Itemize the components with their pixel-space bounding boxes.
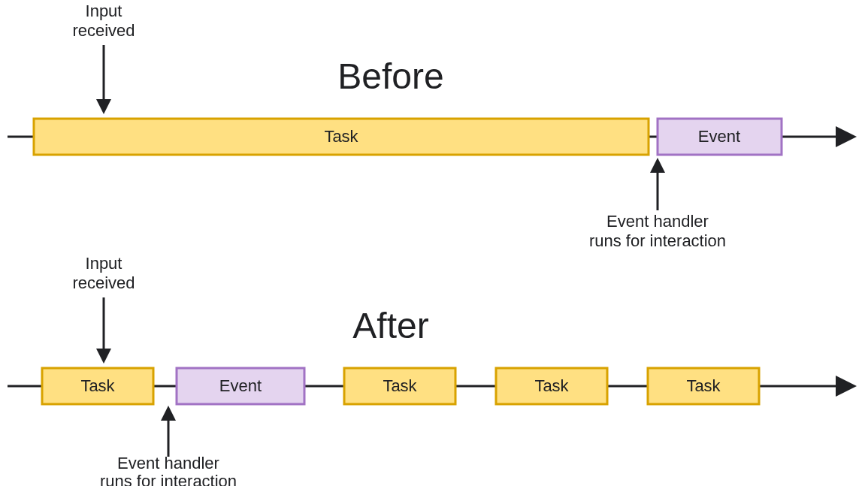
arrow-right-icon <box>836 126 857 147</box>
after-input-label-line2: received <box>72 273 135 292</box>
after-handler-label-line2: runs for interaction <box>100 472 237 486</box>
arrow-down-icon <box>96 297 111 364</box>
svg-marker-1 <box>96 99 111 114</box>
svg-marker-2 <box>836 126 857 147</box>
before-handler-label-line2: runs for interaction <box>589 231 726 250</box>
after-task3-label: Task <box>534 376 569 395</box>
svg-marker-6 <box>96 349 111 364</box>
after-input-label-line1: Input <box>86 254 122 273</box>
before-event-label: Event <box>698 127 740 146</box>
after-task2-label: Task <box>383 376 417 395</box>
after-task4-label: Task <box>686 376 721 395</box>
after-title: After <box>352 306 428 346</box>
svg-marker-7 <box>836 376 857 397</box>
before-title: Before <box>337 56 443 96</box>
svg-marker-4 <box>650 158 665 173</box>
svg-marker-9 <box>161 406 176 421</box>
after-handler-label-line1: Event handler <box>117 454 219 472</box>
arrow-right-icon <box>836 376 857 397</box>
arrow-up-icon <box>161 406 176 457</box>
after-event-label: Event <box>219 376 262 395</box>
diagram-canvas: Before Input received Task Event Event h… <box>0 0 868 486</box>
before-input-label-line1: Input <box>86 2 122 20</box>
before-input-label-line2: received <box>72 21 135 40</box>
after-task1-label: Task <box>80 376 115 395</box>
before-handler-label-line1: Event handler <box>606 212 709 231</box>
arrow-up-icon <box>650 158 665 210</box>
arrow-down-icon <box>96 45 111 114</box>
before-task-label: Task <box>324 127 358 146</box>
